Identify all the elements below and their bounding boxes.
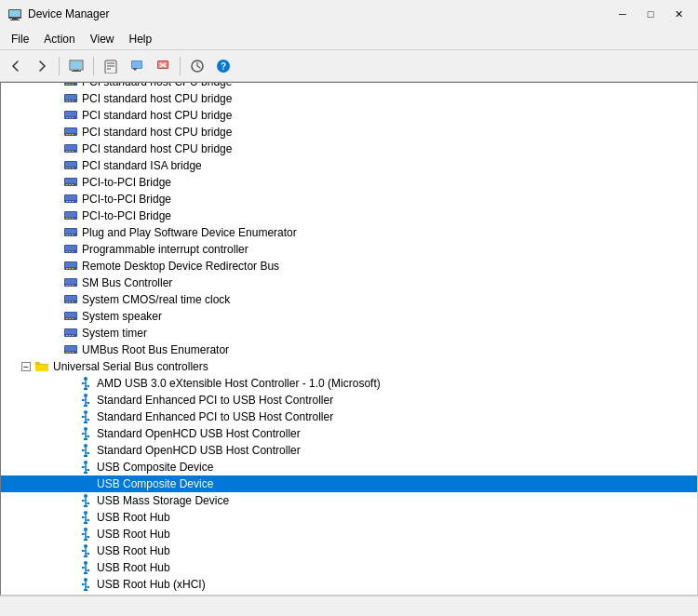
expand-icon (49, 193, 62, 206)
close-button[interactable]: ✕ (666, 5, 691, 23)
tree-item[interactable]: PCI standard host CPU bridge (1, 82, 697, 90)
svg-rect-90 (72, 251, 74, 252)
pci-icon (63, 275, 78, 290)
tree-item[interactable]: USB Root Hub (1, 542, 697, 559)
pci-icon (63, 342, 78, 357)
forward-button[interactable] (30, 54, 54, 78)
menu-action[interactable]: Action (36, 31, 82, 47)
item-label: Standard Enhanced PCI to USB Host Contro… (97, 394, 333, 407)
svg-rect-99 (69, 285, 71, 286)
usb-icon (78, 476, 93, 491)
svg-point-205 (84, 578, 87, 582)
pci-icon (63, 292, 78, 307)
scan-button[interactable] (185, 54, 209, 78)
tree-item[interactable]: USB Root Hub (1, 509, 697, 526)
menu-help[interactable]: Help (122, 31, 160, 47)
tree-item[interactable]: USB Root Hub (1, 526, 697, 542)
svg-rect-13 (132, 61, 141, 68)
item-label: System speaker (82, 310, 162, 323)
tree-item[interactable]: − Universal Serial Bus controllers (1, 358, 697, 375)
expand-icon: − (21, 362, 31, 371)
usb-icon (78, 393, 93, 408)
item-label: SM Bus Controller (82, 276, 172, 289)
tree-item[interactable]: USB Mass Storage Device (1, 492, 697, 509)
svg-rect-176 (84, 505, 87, 507)
menu-file[interactable]: File (4, 31, 36, 47)
svg-rect-72 (65, 195, 76, 200)
tree-item[interactable]: System CMOS/real time clock (1, 291, 697, 308)
menu-view[interactable]: View (83, 31, 122, 47)
svg-rect-115 (72, 335, 74, 336)
svg-rect-40 (72, 84, 74, 85)
svg-rect-43 (66, 100, 68, 101)
svg-rect-110 (72, 318, 74, 319)
usb-icon (78, 409, 93, 424)
device-tree[interactable]: PCI standard host CPU bridge PCI standar… (0, 82, 698, 596)
item-label: USB Mass Storage Device (97, 494, 229, 507)
back-button[interactable] (4, 54, 28, 78)
expand-icon (64, 461, 77, 474)
expand-icon (64, 377, 77, 390)
computer-button[interactable] (64, 54, 88, 78)
svg-rect-57 (65, 145, 76, 150)
tree-item[interactable]: Standard Enhanced PCI to USB Host Contro… (1, 392, 697, 408)
tree-item[interactable]: Standard OpenHCD USB Host Controller (1, 425, 697, 442)
item-label: PCI-to-PCI Bridge (82, 209, 171, 222)
tree-item[interactable]: UMBus Root Bus Enumerator (1, 341, 697, 358)
svg-point-198 (84, 561, 87, 565)
update-driver-button[interactable] (125, 54, 149, 78)
tree-item[interactable]: PCI standard host CPU bridge (1, 90, 697, 107)
expand-icon (49, 343, 62, 356)
svg-rect-197 (84, 556, 87, 557)
svg-rect-63 (66, 167, 68, 168)
menu-bar: File Action View Help (0, 28, 698, 50)
svg-rect-82 (65, 229, 76, 234)
tree-item[interactable]: Plug and Play Software Device Enumerator (1, 224, 697, 241)
tree-item[interactable]: Remote Desktop Device Redirector Bus (1, 258, 697, 275)
tree-item[interactable]: PCI standard host CPU bridge (1, 124, 697, 141)
svg-rect-80 (72, 218, 74, 219)
svg-rect-161 (87, 469, 89, 471)
tree-item[interactable]: PCI-to-PCI Bridge (1, 191, 697, 208)
tree-item[interactable]: System speaker (1, 308, 697, 325)
item-label: Remote Desktop Device Redirector Bus (82, 260, 279, 273)
tree-item[interactable]: AMD USB 3.0 eXtensible Host Controller -… (1, 375, 697, 392)
expand-icon (64, 427, 77, 440)
pci-icon (63, 259, 78, 274)
svg-rect-175 (87, 502, 89, 504)
maximize-button[interactable]: □ (638, 5, 663, 23)
separator-2 (93, 57, 94, 75)
svg-rect-44 (69, 100, 71, 101)
expand-icon (49, 92, 62, 105)
tree-item[interactable]: Programmable interrupt controller (1, 241, 697, 258)
svg-rect-69 (69, 184, 71, 185)
svg-rect-126 (87, 385, 89, 387)
svg-point-142 (84, 427, 87, 431)
tree-item[interactable]: PCI-to-PCI Bridge (1, 208, 697, 224)
svg-rect-107 (65, 313, 76, 317)
tree-item[interactable]: Standard Enhanced PCI to USB Host Contro… (1, 408, 697, 425)
tree-item[interactable]: USB Root Hub (xHCI) (1, 576, 697, 593)
title-bar: Device Manager ─ □ ✕ (0, 0, 698, 28)
properties-button[interactable] (99, 54, 123, 78)
tree-item[interactable]: SM Bus Controller (1, 275, 697, 291)
tree-item[interactable]: PCI standard ISA bridge (1, 157, 697, 174)
tree-item[interactable]: USB Composite Device (1, 459, 697, 475)
svg-rect-182 (87, 519, 89, 521)
tree-item[interactable]: PCI standard host CPU bridge (1, 107, 697, 124)
tree-item[interactable]: PCI standard host CPU bridge (1, 141, 697, 157)
svg-rect-105 (72, 301, 74, 302)
usb-icon (78, 460, 93, 475)
tree-item[interactable]: USB Composite Device (1, 475, 697, 492)
tree-item[interactable]: System timer (1, 325, 697, 341)
item-label: Universal Serial Bus controllers (53, 360, 208, 373)
svg-rect-60 (72, 151, 74, 152)
minimize-button[interactable]: ─ (611, 5, 635, 23)
tree-item[interactable]: USB Root Hub (1, 559, 697, 576)
uninstall-button[interactable] (151, 54, 175, 78)
help-button[interactable]: ? (211, 54, 235, 78)
svg-rect-49 (69, 117, 71, 118)
tree-item[interactable]: PCI-to-PCI Bridge (1, 174, 697, 191)
tree-item[interactable]: Standard OpenHCD USB Host Controller (1, 442, 697, 459)
expand-icon (49, 293, 62, 306)
